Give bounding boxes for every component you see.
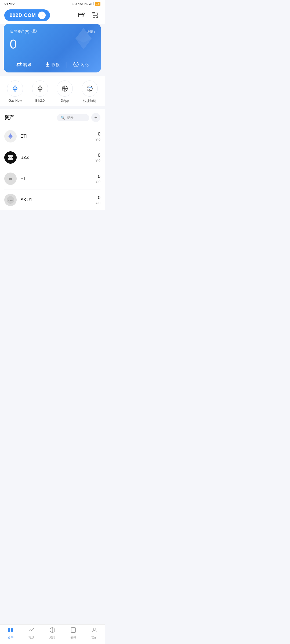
transfer-label: 转账 xyxy=(23,62,31,67)
eth-logo xyxy=(4,130,17,142)
bzz-name: BZZ xyxy=(20,155,96,160)
add-asset-button[interactable]: + xyxy=(91,113,100,122)
eth2-icon-circle xyxy=(32,80,48,97)
bzz-balance: 0 ¥ 0 xyxy=(96,153,100,163)
hi-amount: 0 xyxy=(96,174,100,179)
svg-rect-0 xyxy=(89,4,90,5)
sku1-balance: 0 ¥ 0 xyxy=(96,195,100,205)
assets-section: 资产 🔍 + ETH 0 ¥ 0 xyxy=(0,109,105,210)
svg-rect-23 xyxy=(47,62,48,64)
search-bar: 🔍 + xyxy=(57,113,100,122)
svg-rect-2 xyxy=(92,3,92,5)
flash-label: 闪兑 xyxy=(81,62,89,67)
svg-rect-24 xyxy=(46,66,49,67)
sku1-logo: SKU xyxy=(4,194,17,206)
nav-icons xyxy=(76,10,100,20)
sku1-name: SKU1 xyxy=(20,197,96,203)
receive-label: 收款 xyxy=(52,62,60,67)
eth-name: ETH xyxy=(20,134,96,139)
svg-point-26 xyxy=(75,63,76,65)
svg-line-27 xyxy=(76,65,77,66)
hi-name: HI xyxy=(20,176,96,181)
eth-fiat: ¥ 0 xyxy=(96,137,100,141)
status-time: 21:22 xyxy=(4,2,15,6)
quick-chain-icon-circle: EVM xyxy=(82,80,98,97)
signal-indicator xyxy=(89,2,94,6)
svg-rect-12 xyxy=(93,16,93,18)
battery-indicator: 18 xyxy=(95,2,100,6)
bzz-logo xyxy=(4,151,17,164)
flash-exchange-button[interactable]: 闪兑 xyxy=(67,61,95,68)
svg-point-18 xyxy=(32,30,37,33)
asset-list-item[interactable]: hi HI 0 ¥ 0 xyxy=(4,168,100,189)
receive-icon xyxy=(45,62,50,68)
status-bar: 21:22 27.8 KB/s HD 18 xyxy=(0,0,105,7)
assets-title: 资产 xyxy=(4,114,14,121)
quick-item-eth2[interactable]: Eth2.0 xyxy=(32,80,48,103)
svg-rect-10 xyxy=(93,13,93,15)
asset-list-item[interactable]: ETH 0 ¥ 0 xyxy=(4,126,100,147)
transfer-icon xyxy=(16,62,22,67)
svg-rect-14 xyxy=(97,13,98,15)
hi-logo: hi xyxy=(4,173,17,185)
svg-rect-5 xyxy=(78,14,83,15)
asset-label: 我的资产(¥) xyxy=(10,29,29,34)
transfer-button[interactable]: 转账 xyxy=(10,62,38,67)
bzz-amount: 0 xyxy=(96,153,100,158)
svg-marker-22 xyxy=(46,64,49,66)
asset-list-item[interactable]: SKU SKU1 0 ¥ 0 xyxy=(4,189,100,210)
brand-name: 902D.COM xyxy=(10,13,36,18)
svg-text:SKU: SKU xyxy=(8,199,13,202)
assets-header: 资产 🔍 + xyxy=(4,113,100,122)
sku1-amount: 0 xyxy=(96,195,100,200)
search-input-wrap[interactable]: 🔍 xyxy=(57,114,89,121)
svg-text:hi: hi xyxy=(9,177,12,181)
svg-point-19 xyxy=(33,30,35,32)
svg-text:EVM: EVM xyxy=(88,86,92,88)
status-icons: 27.8 KB/s HD 18 xyxy=(72,2,100,6)
top-nav: 902D.COM › xyxy=(0,7,105,24)
bzz-fiat: ¥ 0 xyxy=(96,159,100,163)
add-wallet-button[interactable] xyxy=(76,10,86,20)
brand-arrow-icon: › xyxy=(38,12,46,19)
quick-chain-label: 快捷加链 xyxy=(83,99,96,103)
asset-list-item[interactable]: BZZ 0 ¥ 0 xyxy=(4,147,100,168)
quick-item-dapp[interactable]: DApp xyxy=(57,80,73,103)
svg-point-49 xyxy=(9,156,12,159)
svg-marker-42 xyxy=(89,89,91,91)
svg-rect-3 xyxy=(93,2,93,5)
asset-card: 我的资产(¥) 详情 › 0 xyxy=(4,24,101,72)
gas-now-icon-circle xyxy=(7,80,23,97)
asset-actions: 转账 收款 xyxy=(10,57,95,72)
search-icon: 🔍 xyxy=(61,116,65,120)
dapp-label: DApp xyxy=(61,99,69,103)
hi-balance: 0 ¥ 0 xyxy=(96,174,100,184)
search-input[interactable] xyxy=(67,116,85,120)
flash-icon xyxy=(73,61,79,68)
gas-now-label: Gas Now xyxy=(9,99,22,103)
quick-item-quick-chain[interactable]: EVM 快捷加链 xyxy=(82,80,98,103)
hi-fiat: ¥ 0 xyxy=(96,180,100,184)
eth2-label: Eth2.0 xyxy=(35,99,45,103)
hd-badge: HD xyxy=(84,2,88,5)
svg-rect-16 xyxy=(96,17,98,18)
quick-item-gas-now[interactable]: Gas Now xyxy=(7,80,23,103)
eth-amount: 0 xyxy=(96,131,100,137)
receive-button[interactable]: 收款 xyxy=(38,62,66,68)
sku1-fiat: ¥ 0 xyxy=(96,201,100,205)
visibility-icon[interactable] xyxy=(31,29,37,34)
scan-button[interactable] xyxy=(90,10,100,20)
eth-watermark xyxy=(71,27,96,52)
eth-balance: 0 ¥ 0 xyxy=(96,131,100,141)
speed-indicator: 27.8 KB/s xyxy=(72,2,83,5)
dapp-icon-circle xyxy=(57,80,73,97)
svg-rect-1 xyxy=(90,3,91,5)
brand-button[interactable]: 902D.COM › xyxy=(4,9,50,21)
quick-menu: Gas Now Eth2.0 DApp EV xyxy=(0,76,105,106)
